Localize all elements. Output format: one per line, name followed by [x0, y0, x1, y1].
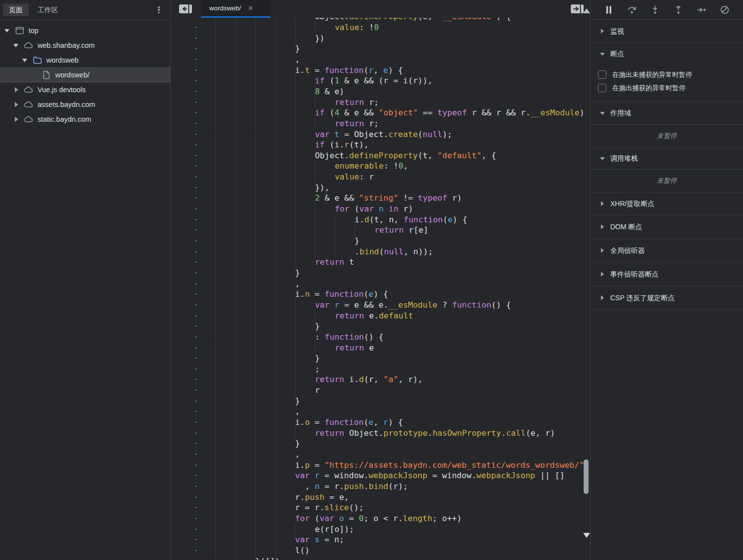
code-line[interactable]: -var s = n; — [171, 534, 590, 545]
code-line[interactable]: -: function() { — [171, 332, 590, 343]
chevron-right-icon[interactable] — [13, 86, 20, 93]
code-line[interactable]: -} — [171, 43, 590, 54]
code-line[interactable]: -i.o = function(e, r) { — [171, 417, 590, 428]
gutter-line-marker[interactable]: - — [192, 150, 199, 161]
code-line[interactable]: -var r = e && e.__esModule ? function() … — [171, 300, 590, 311]
code-line[interactable]: -Object.defineProperty(e, "__esModule", … — [171, 18, 590, 22]
gutter-line-marker[interactable]: - — [192, 545, 199, 556]
gutter-line-marker[interactable]: - — [192, 406, 199, 417]
gutter-line-marker[interactable]: - — [192, 396, 199, 407]
code-line[interactable]: -return t — [171, 257, 590, 268]
gutter-line-marker[interactable]: - — [192, 182, 199, 193]
gutter-line-marker[interactable]: - — [192, 18, 199, 22]
gutter-line-marker[interactable]: - — [192, 470, 199, 481]
gutter-line-marker[interactable]: - — [192, 374, 199, 385]
chevron-down-icon[interactable] — [22, 57, 29, 64]
code-line[interactable]: -} — [171, 236, 590, 246]
code-line[interactable]: -i.d(t, n, function(e) { — [171, 214, 590, 225]
checkbox-uncaught[interactable] — [598, 70, 606, 79]
code-line[interactable]: -var r = window.webpackJsonp = window.we… — [171, 470, 590, 481]
code-line[interactable]: -return e — [171, 343, 590, 353]
code-line[interactable]: -return Object.prototype.hasOwnProperty.… — [171, 428, 590, 439]
gutter-line-marker[interactable]: - — [192, 65, 199, 76]
code-line[interactable]: -value: r — [171, 172, 590, 182]
code-line[interactable]: -8 & e) — [171, 86, 590, 97]
code-line[interactable]: -}([]) — [171, 556, 590, 560]
code-line[interactable]: -return e.default — [171, 311, 590, 321]
chevron-down-icon[interactable] — [4, 27, 11, 34]
section-breakpoints[interactable]: 断点 — [591, 43, 743, 65]
code-line[interactable]: -, n = r.push.bind(r); — [171, 481, 590, 492]
code-line[interactable]: -} — [171, 321, 590, 332]
section-call-stack[interactable]: 调用堆栈 — [591, 148, 743, 170]
tab-page[interactable]: 页面 — [3, 3, 29, 16]
code-line[interactable]: -}), — [171, 182, 590, 193]
gutter-line-marker[interactable]: - — [192, 22, 199, 33]
step-into-icon[interactable] — [650, 5, 660, 15]
gutter-line-marker[interactable]: - — [192, 43, 199, 54]
section-watch[interactable]: 监视 — [591, 20, 743, 43]
code-line[interactable]: -, — [171, 449, 590, 460]
tab-workspace[interactable]: 工作区 — [32, 3, 64, 16]
gutter-line-marker[interactable]: - — [192, 524, 199, 535]
scrollbar-thumb[interactable] — [584, 459, 589, 494]
code-line[interactable]: -} — [171, 353, 590, 364]
gutter-line-marker[interactable]: - — [192, 33, 199, 44]
code-line[interactable]: -, — [171, 54, 590, 65]
gutter-line-marker[interactable]: - — [192, 246, 199, 257]
gutter-line-marker[interactable]: - — [192, 214, 199, 225]
gutter-line-marker[interactable]: - — [192, 161, 199, 172]
code-line[interactable]: -}) — [171, 33, 590, 44]
gutter-line-marker[interactable]: - — [192, 449, 199, 460]
chevron-right-icon[interactable] — [13, 116, 20, 123]
tree-item-static-baydn-com[interactable]: static.baydn.com — [0, 112, 170, 127]
section-xhr-breakpoints[interactable]: XHR/提取断点 — [591, 193, 743, 215]
gutter-line-marker[interactable]: - — [192, 492, 199, 503]
tree-item-top[interactable]: top — [0, 23, 170, 38]
gutter-line-marker[interactable]: - — [192, 86, 199, 97]
gutter-line-marker[interactable]: - — [192, 460, 199, 471]
code-line[interactable]: -if (1 & e && (r = i(r)), — [171, 75, 590, 86]
pause-icon[interactable] — [604, 5, 614, 15]
gutter-line-marker[interactable]: - — [192, 385, 199, 396]
tree-item-assets-baydn-com[interactable]: assets.baydn.com — [0, 97, 170, 112]
code-line[interactable]: -var t = Object.create(null); — [171, 129, 590, 140]
scroll-down-icon[interactable] — [583, 533, 590, 538]
gutter-line-marker[interactable]: - — [192, 534, 199, 545]
gutter-line-marker[interactable]: - — [192, 311, 199, 321]
gutter-line-marker[interactable]: - — [192, 172, 199, 182]
gutter-line-marker[interactable]: - — [192, 193, 199, 204]
code-line[interactable]: -i.n = function(e) { — [171, 289, 590, 300]
code-line[interactable]: -enumerable: !0, — [171, 161, 590, 172]
tree-item-web-shanbay-com[interactable]: web.shanbay.com — [0, 38, 170, 53]
gutter-line-marker[interactable]: - — [192, 97, 199, 108]
gutter-line-marker[interactable]: - — [192, 502, 199, 513]
section-event-listener-breakpoints[interactable]: 事件侦听器断点 — [591, 263, 743, 286]
gutter-line-marker[interactable]: - — [192, 428, 199, 439]
source-code-viewer[interactable]: -Object.defineProperty(e, "__esModule", … — [171, 18, 590, 560]
code-line[interactable]: -, — [171, 279, 590, 289]
gutter-line-marker[interactable]: - — [192, 289, 199, 300]
section-scope[interactable]: 作用域 — [591, 102, 743, 125]
gutter-line-marker[interactable]: - — [192, 118, 199, 129]
code-line[interactable]: -} — [171, 438, 590, 449]
toggle-navigator-icon[interactable] — [179, 3, 193, 14]
gutter-line-marker[interactable]: - — [192, 343, 199, 353]
code-line[interactable]: -for (var n in r) — [171, 204, 590, 214]
code-line[interactable]: -.bind(null, n)); — [171, 246, 590, 257]
step-over-icon[interactable] — [627, 5, 637, 15]
code-line[interactable]: -e(r[o]); — [171, 524, 590, 535]
code-line[interactable]: -r — [171, 385, 590, 396]
gutter-line-marker[interactable]: - — [192, 236, 199, 246]
gutter-line-marker[interactable]: - — [192, 364, 199, 375]
kebab-menu-icon[interactable] — [154, 5, 163, 15]
pause-on-uncaught-row[interactable]: 在抛出未捕获的异常时暂停 — [591, 68, 743, 81]
code-line[interactable]: -r.push = e, — [171, 492, 590, 503]
code-line[interactable]: -} — [171, 268, 590, 279]
tree-item-wordsweb-[interactable]: wordsweb/ — [0, 68, 170, 82]
code-line[interactable]: -2 & e && "string" != typeof r) — [171, 193, 590, 204]
gutter-line-marker[interactable]: - — [192, 417, 199, 428]
code-line[interactable]: -Object.defineProperty(t, "default", { — [171, 150, 590, 161]
code-line[interactable]: -} — [171, 396, 590, 407]
gutter-line-marker[interactable]: - — [192, 556, 199, 560]
